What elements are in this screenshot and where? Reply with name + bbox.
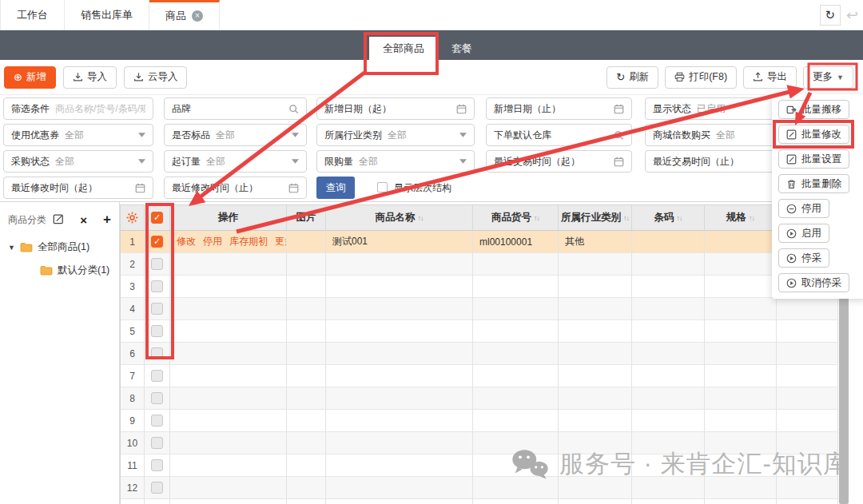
sort-icon[interactable]: ↑↓	[677, 214, 682, 222]
hierarchy-checkbox[interactable]	[377, 182, 388, 192]
row-checkbox[interactable]	[151, 437, 163, 449]
export-button[interactable]: 导出	[743, 66, 797, 89]
column-header[interactable]: 操作	[170, 205, 287, 231]
filter-field[interactable]: 起订量全部	[164, 150, 307, 173]
filter-field[interactable]: 最近修改时间（起）	[3, 177, 153, 199]
caret-down-icon[interactable]: ▼	[8, 244, 15, 252]
add-button[interactable]: ⊕ 新增	[4, 66, 56, 89]
edit-icon[interactable]	[53, 213, 64, 227]
refresh-button[interactable]: ↻ 刷新	[606, 66, 658, 89]
table-row[interactable]: 13	[121, 499, 839, 504]
sort-icon[interactable]: ↑↓	[623, 214, 629, 222]
row-checkbox[interactable]	[151, 280, 163, 292]
empty-cell	[473, 365, 559, 387]
view-tab-package[interactable]: 套餐	[438, 37, 486, 60]
row-checkbox[interactable]	[151, 482, 163, 494]
row-number: 7	[121, 365, 145, 387]
filter-field[interactable]: 筛选条件商品名称/货号/条码/规	[3, 97, 153, 120]
menu-item[interactable]: 批量修改	[778, 125, 849, 144]
caret-icon	[138, 133, 145, 137]
row-checkbox[interactable]: ✓	[151, 236, 163, 248]
undo-icon[interactable]: ↩	[846, 6, 858, 24]
view-tab-all-products[interactable]: 全部商品	[369, 37, 438, 60]
column-header[interactable]: 商品货号↑↓	[473, 205, 559, 231]
import-button[interactable]: 导入	[63, 66, 117, 89]
filter-field[interactable]: 使用优惠券全部	[3, 124, 153, 146]
menu-item[interactable]: 停采	[778, 248, 829, 268]
filter-field[interactable]: 下单默认仓库	[486, 124, 632, 146]
column-header-label: 所属行业类别	[561, 211, 621, 224]
table-row[interactable]: 3	[121, 276, 839, 298]
refresh-icon[interactable]: ↻	[820, 5, 841, 26]
filter-field[interactable]: 限购量全部	[316, 150, 475, 173]
row-checkbox[interactable]	[151, 258, 163, 270]
tab-products[interactable]: 商品 ×	[149, 0, 220, 30]
row-checkbox[interactable]	[151, 303, 163, 315]
filter-field[interactable]: 商城倍数购买全部	[645, 124, 793, 146]
edit-icon	[786, 129, 797, 140]
column-settings[interactable]	[121, 205, 145, 231]
filter-field[interactable]: 新增日期（起）	[316, 97, 475, 120]
menu-item[interactable]: 批量搬移	[778, 100, 849, 119]
filter-field[interactable]: 品牌	[164, 97, 307, 120]
row-checkbox[interactable]	[151, 415, 163, 427]
menu-item[interactable]: 停用	[778, 199, 829, 218]
row-checkbox[interactable]	[151, 325, 163, 337]
table-row[interactable]: 5	[121, 320, 839, 343]
action-link[interactable]: 修改	[177, 235, 196, 248]
empty-cell	[287, 276, 326, 298]
close-icon[interactable]: ×	[192, 10, 203, 22]
menu-item[interactable]: 取消停采	[778, 273, 849, 292]
menu-item[interactable]: 批量删除	[778, 174, 849, 193]
table-row[interactable]: 1✓修改停用库存期初更多测试001ml00100001其他	[121, 231, 839, 253]
empty-cell	[170, 387, 287, 410]
column-header[interactable]: 图片	[287, 205, 326, 231]
close-icon[interactable]: ×	[80, 213, 87, 227]
menu-item[interactable]: 批量设置	[778, 149, 849, 169]
filter-field[interactable]: 所属行业类别全部	[316, 124, 475, 146]
cloud-import-button[interactable]: 云导入	[124, 66, 188, 89]
menu-item[interactable]: 启用	[778, 224, 829, 243]
filter-field[interactable]: 最近交易时间（起）	[486, 150, 632, 173]
print-button[interactable]: 打印(F8)	[665, 66, 737, 89]
table-row[interactable]: 9	[121, 410, 839, 432]
sort-icon[interactable]: ↑↓	[749, 214, 754, 222]
empty-cell	[705, 343, 777, 365]
action-link[interactable]: 停用	[203, 235, 222, 248]
add-icon[interactable]: +	[103, 212, 111, 228]
column-header[interactable]: 所属行业类别↑↓	[559, 205, 632, 231]
filter-value: 全部	[716, 129, 735, 142]
more-button[interactable]: 更多 ▼	[803, 66, 853, 89]
empty-cell	[473, 410, 559, 432]
filter-field[interactable]: 新增日期（止）	[486, 97, 632, 120]
table-row[interactable]: 8	[121, 387, 839, 410]
column-header[interactable]: 商品名称↑↓	[326, 205, 473, 231]
toolbar-right: ↻ 刷新 打印(F8) 导出 更多 ▼	[606, 66, 853, 89]
filter-field[interactable]: 是否标品全部	[164, 124, 307, 146]
caret-icon	[138, 159, 145, 164]
row-checkbox[interactable]	[151, 392, 163, 404]
column-header[interactable]: 条码↑↓	[632, 205, 705, 231]
row-checkbox[interactable]	[151, 459, 163, 471]
tree-item[interactable]: ▼全部商品(1)	[8, 240, 111, 254]
column-header[interactable]: 规格↑↓	[705, 205, 777, 231]
table-row[interactable]: 7	[121, 365, 839, 387]
sort-icon[interactable]: ↑↓	[534, 214, 539, 222]
filter-field[interactable]: 显示状态已启用	[645, 97, 793, 120]
table-row[interactable]: 6	[121, 343, 839, 365]
sort-icon[interactable]: ↑↓	[418, 214, 424, 222]
table-row[interactable]: 2	[121, 253, 839, 276]
action-link[interactable]: 库存期初	[229, 235, 268, 248]
tab-sales-outbound[interactable]: 销售出库单	[65, 0, 149, 30]
row-checkbox[interactable]	[151, 347, 163, 359]
select-all-checkbox[interactable]: ✓	[151, 212, 163, 224]
filter-field[interactable]: 最近修改时间（止）	[164, 177, 307, 199]
table-row[interactable]: 4	[121, 298, 839, 320]
tree-item[interactable]: 默认分类(1)	[40, 264, 111, 277]
action-link[interactable]: 更多	[275, 235, 287, 248]
row-checkbox[interactable]	[151, 370, 163, 382]
query-button[interactable]: 查询	[316, 177, 355, 199]
filter-field[interactable]: 最近交易时间（止）	[645, 150, 793, 173]
tab-workbench[interactable]: 工作台	[0, 0, 65, 30]
filter-field[interactable]: 采购状态全部	[3, 150, 153, 173]
